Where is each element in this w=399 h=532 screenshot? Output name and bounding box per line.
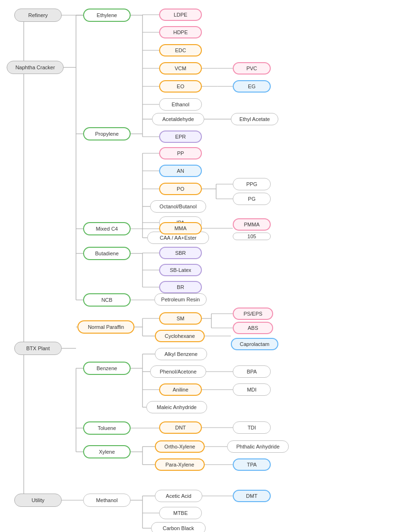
node-pmma: PMMA bbox=[233, 218, 271, 231]
label-ppg: PPG bbox=[246, 181, 257, 187]
node-utility: Utility bbox=[14, 494, 62, 507]
node-benzene: Benzene bbox=[83, 362, 131, 375]
node-tdi: TDI bbox=[233, 421, 271, 434]
label-mma: MMA bbox=[174, 225, 187, 231]
label-benzene: Benzene bbox=[96, 365, 117, 371]
node-maleicanhydride: Maleic Anhydride bbox=[146, 401, 207, 413]
node-toluene: Toluene bbox=[83, 421, 131, 435]
label-aceticacid: Acetic Acid bbox=[166, 493, 191, 499]
label-an: AN bbox=[177, 168, 184, 174]
label-ethylene: Ethylene bbox=[97, 12, 117, 18]
node-ncb: NCB bbox=[83, 293, 131, 307]
label-btx: BTX Plant bbox=[26, 345, 50, 351]
label-pp: PP bbox=[177, 150, 184, 156]
label-phenolacetone: Phenol/Acetone bbox=[160, 369, 197, 374]
label-methanol: Methanol bbox=[96, 497, 117, 503]
label-butadiene: Butadiene bbox=[95, 251, 119, 256]
label-mtbe: MTBE bbox=[173, 510, 188, 516]
label-cyclohexane: Cyclohexane bbox=[165, 333, 195, 339]
label-acetaldehyde: Acetaldehyde bbox=[162, 116, 194, 122]
node-ldpe: LDPE bbox=[159, 9, 202, 21]
node-alkylbenzene: Alkyl Benzene bbox=[155, 348, 207, 360]
label-petresin: Petroleum Resin bbox=[161, 297, 200, 302]
label-maleicanhydride: Maleic Anhydride bbox=[157, 404, 197, 410]
node-cyclohexane: Cyclohexane bbox=[155, 330, 205, 342]
label-aniline: Aniline bbox=[172, 387, 188, 392]
label-orthoxylene: Ortho-Xylene bbox=[164, 444, 195, 449]
node-pseps: PS/EPS bbox=[233, 308, 273, 320]
label-eg: EG bbox=[248, 84, 256, 89]
node-eo: EO bbox=[159, 80, 202, 93]
diagram-container: RefineryNaphtha CrackerBTX PlantUtilityE… bbox=[0, 0, 399, 532]
node-naphtha: Naphtha Cracker bbox=[7, 61, 64, 74]
node-methanol: Methanol bbox=[83, 494, 131, 507]
node-mtbe: MTBE bbox=[159, 507, 202, 519]
node-acetaldehyde: Acetaldehyde bbox=[152, 113, 204, 125]
label-mixedc4: Mixed C4 bbox=[96, 226, 118, 232]
label-pvc: PVC bbox=[247, 65, 257, 71]
node-carbonblack: Carbon Black bbox=[151, 522, 206, 532]
label-xylene: Xylene bbox=[99, 449, 115, 455]
label-tdi: TDI bbox=[247, 425, 256, 430]
label-phthalic: Phthalic Anhydride bbox=[236, 444, 279, 449]
node-po: PO bbox=[159, 183, 202, 195]
node-epr: EPR bbox=[159, 131, 202, 143]
node-paraxylene: Para-Xylene bbox=[155, 458, 205, 471]
node-mixedc4: Mixed C4 bbox=[83, 222, 131, 235]
node-aceticacid: Acetic Acid bbox=[155, 490, 202, 502]
label-paraxylene: Para-Xylene bbox=[165, 462, 194, 467]
label-tpa: TPA bbox=[247, 462, 257, 467]
node-br: BR bbox=[159, 281, 202, 293]
node-hdpe: HDPE bbox=[159, 26, 202, 38]
label-vcm: VCM bbox=[175, 65, 186, 71]
node-petresin: Petroleum Resin bbox=[154, 293, 207, 306]
node-ethylacetate: Ethyl Acetate bbox=[231, 113, 278, 125]
label-hdpe: HDPE bbox=[173, 29, 188, 35]
label-propylene: Propylene bbox=[95, 131, 119, 137]
node-dnt: DNT bbox=[159, 421, 202, 434]
node-phenolacetone: Phenol/Acetone bbox=[150, 365, 206, 378]
node-vcm: VCM bbox=[159, 62, 202, 75]
node-tpa: TPA bbox=[233, 458, 271, 471]
label-toluene: Toluene bbox=[98, 425, 116, 431]
node-bpa: BPA bbox=[233, 365, 271, 378]
label-ldpe: LDPE bbox=[174, 12, 188, 18]
node-pvc: PVC bbox=[233, 62, 271, 75]
label-mdi: MDI bbox=[247, 387, 256, 392]
label-eo: EO bbox=[177, 84, 184, 89]
label-pg: PG bbox=[248, 196, 256, 202]
node-ethanol: Ethanol bbox=[159, 98, 202, 111]
label-octanol: Octanol/Butanol bbox=[160, 204, 197, 209]
node-ppg: PPG bbox=[233, 178, 271, 190]
label-ethanol: Ethanol bbox=[171, 102, 189, 107]
label-sblatex: SB-Latex bbox=[170, 267, 191, 273]
label-po: PO bbox=[177, 186, 184, 192]
node-sblatex: SB-Latex bbox=[159, 264, 202, 276]
label-ethylacetate: Ethyl Acetate bbox=[239, 116, 270, 122]
node-dmt: DMT bbox=[233, 490, 271, 502]
label-utility: Utility bbox=[32, 497, 45, 503]
label-sbr: SBR bbox=[175, 250, 186, 256]
node-mma: MMA bbox=[159, 222, 202, 234]
node-edc: EDC bbox=[159, 44, 202, 56]
node-caprolactam: Caprolactam bbox=[231, 338, 278, 350]
label-abs: ABS bbox=[247, 325, 258, 331]
label-dnt: DNT bbox=[175, 425, 186, 430]
label-caa: CAA / AA+Ester bbox=[160, 235, 196, 241]
node-pp: PP bbox=[159, 147, 202, 159]
node-an: AN bbox=[159, 165, 202, 177]
label-pseps: PS/EPS bbox=[244, 311, 263, 317]
label-epr: EPR bbox=[175, 134, 186, 140]
label-pmma105: 105 bbox=[247, 233, 256, 239]
label-caprolactam: Caprolactam bbox=[240, 341, 269, 347]
node-propylene: Propylene bbox=[83, 127, 131, 140]
node-pmma105: 105 bbox=[233, 233, 271, 240]
label-alkylbenzene: Alkyl Benzene bbox=[164, 351, 198, 357]
node-aniline: Aniline bbox=[159, 383, 202, 396]
label-carbonblack: Carbon Black bbox=[162, 525, 194, 531]
node-abs: ABS bbox=[233, 322, 273, 334]
node-sbr: SBR bbox=[159, 247, 202, 259]
label-pmma: PMMA bbox=[244, 222, 260, 227]
label-bpa: BPA bbox=[247, 369, 256, 374]
node-sm: SM bbox=[159, 312, 202, 325]
